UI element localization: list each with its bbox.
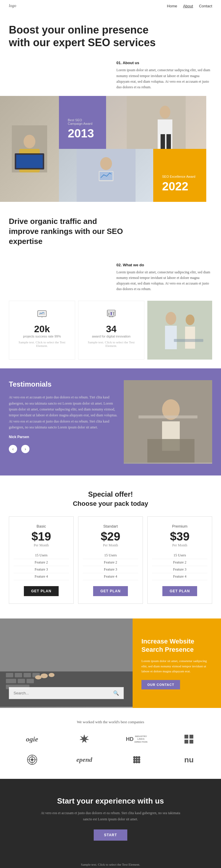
nav-home[interactable]: Home	[167, 4, 177, 8]
partner-symbol-1	[61, 732, 108, 746]
pricing-card-premium: Premium $39 Per Month 15 Users Feature 2…	[147, 517, 212, 604]
get-plan-premium-button[interactable]: GET PLAN	[162, 586, 197, 596]
photo-placeholder-3	[77, 149, 136, 202]
plan-name-basic: Basic	[13, 524, 69, 528]
partner-nu: nu	[166, 752, 213, 767]
svg-point-67	[138, 758, 140, 761]
plan-period-premium: Per Month	[152, 543, 208, 548]
nav-contact[interactable]: Contact	[199, 4, 212, 8]
plan-price-premium: $39	[152, 530, 208, 543]
feature-basic-2: Feature 2	[13, 559, 69, 566]
svg-point-60	[138, 756, 140, 758]
svg-rect-39	[6, 673, 13, 677]
partner-hd: HD INDUSTRYLINKSDIRECTION	[113, 732, 160, 746]
testimonials-content: Testimonials At vero eos et accusam et j…	[9, 380, 124, 464]
svg-rect-31	[174, 339, 203, 342]
about-section: 01. About us Lorem ipsum dolor sit amet,…	[0, 58, 221, 96]
svg-point-11	[100, 157, 112, 170]
feature-premium-4: Feature 4	[152, 573, 208, 580]
partner-symbol-4	[113, 752, 160, 767]
nav-about[interactable]: About	[183, 4, 193, 8]
photo-woman-standing	[106, 96, 206, 149]
feature-standart-1: 15 Users	[83, 552, 138, 559]
nav-links: Home About Contact	[167, 4, 212, 8]
svg-point-47	[41, 674, 48, 678]
partners-section: We worked with the world's best companie…	[0, 708, 221, 779]
svg-point-65	[136, 761, 138, 763]
stat-desc-1: Sample text. Click to select the Text El…	[15, 340, 69, 347]
svg-point-66	[133, 758, 136, 761]
final-cta-section: Start your experience with us At vero eo…	[0, 779, 221, 858]
feature-standart-2: Feature 2	[83, 559, 138, 566]
svg-point-1	[24, 135, 35, 148]
stat-number-1: 20k	[15, 324, 69, 335]
stat-icon-2	[84, 308, 138, 321]
svg-rect-20	[108, 313, 110, 315]
plan-features-basic: 15 Users Feature 2 Feature 3 Feature 4	[13, 552, 69, 580]
final-cta-body: At vero eos et accusam et justo duo dolo…	[37, 810, 184, 822]
award-2022-label: SEO Excellence Award	[162, 175, 197, 178]
partner-ogie: ogie	[9, 732, 55, 746]
about-heading: 01. About us	[116, 61, 212, 65]
about-text: 01. About us Lorem ipsum dolor sit amet,…	[116, 61, 212, 90]
stat-desc-2: Sample text. Click to select the Text El…	[84, 340, 138, 347]
svg-rect-4	[16, 155, 43, 168]
svg-rect-21	[111, 312, 112, 315]
final-cta-heading: Start your experience with us	[9, 797, 212, 806]
what-heading: 02. What we do	[116, 263, 212, 267]
about-body: Lorem ipsum dolor sit amet, consectetur …	[116, 67, 212, 90]
svg-rect-52	[185, 740, 188, 744]
testimonial-author: Nick Parsen	[9, 435, 118, 439]
partner-epend: epend	[61, 752, 108, 767]
start-button[interactable]: START	[94, 830, 127, 841]
pricing-heading: Special offer!	[9, 490, 212, 498]
pricing-section: Special offer! Choose your pack today Ba…	[0, 475, 221, 619]
svg-point-62	[138, 761, 140, 763]
pricing-subheading: Choose your pack today	[9, 500, 212, 507]
photo-tablet	[59, 149, 153, 202]
stat-icon-1	[15, 308, 69, 321]
svg-point-63	[136, 758, 138, 761]
svg-point-29	[186, 314, 194, 325]
photo-placeholder-2	[127, 96, 186, 149]
svg-rect-53	[190, 740, 193, 744]
pricing-card-basic: Basic $19 Per Month 15 Users Feature 2 F…	[9, 517, 74, 604]
stats-team-photo	[147, 301, 212, 360]
what-body: Lorem ipsum dolor sit amet, consectetur …	[116, 270, 212, 292]
award-2022: SEO Excellence Award 2022	[153, 149, 206, 202]
pricing-cards: Basic $19 Per Month 15 Users Feature 2 F…	[9, 517, 212, 604]
testimonials-photo	[124, 380, 212, 464]
plan-features-standart: 15 Users Feature 2 Feature 3 Feature 4	[83, 552, 138, 580]
search-input[interactable]	[9, 687, 109, 699]
svg-point-27	[166, 312, 176, 325]
get-plan-basic-button[interactable]: GET PLAN	[24, 586, 59, 596]
svg-rect-40	[15, 673, 22, 677]
svg-rect-30	[185, 327, 195, 349]
pricing-card-standart: Standart $29 Per Month 15 Users Feature …	[78, 517, 143, 604]
cta-heading: Increase Website Search Presence	[141, 637, 212, 654]
svg-rect-36	[147, 439, 194, 463]
cta-body: Lorem ipsum dolor sit amet, consetetur s…	[141, 658, 212, 674]
svg-rect-41	[24, 673, 31, 677]
partner-symbol-2	[166, 732, 213, 746]
svg-rect-22	[113, 312, 114, 315]
stat-label-1: projects success rate 99%	[15, 335, 69, 338]
svg-rect-43	[6, 679, 16, 683]
svg-rect-8	[161, 134, 165, 149]
plan-period-basic: Per Month	[13, 543, 69, 548]
testimonial-next-button[interactable]: ›	[21, 445, 29, 453]
logo: logo	[9, 3, 16, 8]
feature-standart-4: Feature 4	[83, 573, 138, 580]
svg-rect-9	[166, 134, 171, 149]
search-button[interactable]: 🔍	[109, 687, 123, 699]
stat-box-2: 34 award for digital innovation Sample t…	[78, 301, 144, 360]
stat-label-2: award for digital innovation	[84, 335, 138, 338]
get-plan-standart-button[interactable]: GET PLAN	[93, 586, 128, 596]
stat-box-1: 20k projects success rate 99% Sample tex…	[9, 301, 75, 360]
svg-rect-50	[185, 735, 188, 739]
testimonial-prev-button[interactable]: ‹	[9, 445, 17, 453]
our-contact-button[interactable]: OUR CONTACT	[141, 680, 180, 689]
seo-section: Drive organic traffic and improve rankin…	[0, 202, 221, 259]
feature-basic-1: 15 Users	[13, 552, 69, 559]
svg-point-64	[136, 756, 138, 758]
